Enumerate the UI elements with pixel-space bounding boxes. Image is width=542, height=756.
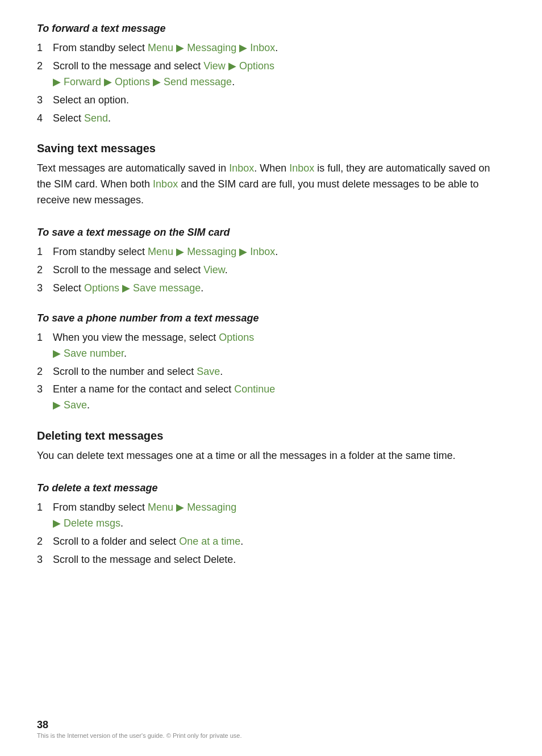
step-number: 2: [37, 364, 53, 380]
save-phone-steps: 1 When you view the message, select Opti…: [37, 330, 505, 413]
save-sim-section: To save a text message on the SIM card 1…: [37, 227, 505, 296]
save-sim-steps: 1 From standby select Menu ▶ Messaging ▶…: [37, 244, 505, 296]
menu-highlight: Menu: [148, 42, 173, 53]
menu-highlight: Menu: [148, 502, 173, 513]
view-highlight: View: [203, 60, 226, 72]
step-number: 3: [37, 382, 53, 398]
list-item: 4 Select Send.: [37, 111, 505, 127]
list-item: 1 From standby select Menu ▶ Messaging ▶…: [37, 244, 505, 260]
list-item: 1 From standby select Menu ▶ Messaging ▶…: [37, 500, 505, 532]
save-phone-section: To save a phone number from a text messa…: [37, 312, 505, 413]
step-number: 1: [37, 500, 53, 516]
one-at-a-time-highlight: One at a time: [179, 536, 240, 547]
forward-steps: 1 From standby select Menu ▶ Messaging ▶…: [37, 40, 505, 126]
continue-highlight: Continue: [234, 383, 275, 395]
footer: 38 This is the Internet version of the u…: [37, 719, 505, 739]
delete-title: To delete a text message: [37, 482, 505, 494]
save-continuation-highlight: ▶ Save: [53, 399, 87, 411]
step-content: Scroll to a folder and select One at a t…: [53, 534, 505, 550]
inbox-highlight: Inbox: [250, 42, 275, 53]
step-number: 3: [37, 281, 53, 296]
list-item: 2 Scroll to the number and select Save.: [37, 364, 505, 380]
options-highlight: Options: [84, 282, 119, 294]
list-item: 2 Scroll to a folder and select One at a…: [37, 534, 505, 550]
list-item: 3 Select Options ▶ Save message.: [37, 281, 505, 296]
delete-msgs-highlight: ▶ Delete msgs: [53, 517, 120, 529]
deleting-body: You can delete text messages one at a ti…: [37, 448, 505, 464]
inbox-highlight2: Inbox: [289, 162, 314, 174]
saving-section: Saving text messages Text messages are a…: [37, 142, 505, 208]
list-item: 1 From standby select Menu ▶ Messaging ▶…: [37, 40, 505, 56]
footer-note: This is the Internet version of the user…: [37, 732, 505, 739]
step-content: Select an option.: [53, 93, 505, 108]
step-number: 2: [37, 59, 53, 74]
save-highlight: Save: [197, 366, 220, 377]
messaging-highlight: Messaging: [187, 42, 236, 53]
menu-highlight: Menu: [148, 246, 173, 257]
deleting-title: Deleting text messages: [37, 429, 505, 442]
messaging-highlight: Messaging: [187, 246, 236, 257]
step-content: Select Options ▶ Save message.: [53, 281, 505, 296]
list-item: 3 Enter a name for the contact and selec…: [37, 382, 505, 413]
delete-steps: 1 From standby select Menu ▶ Messaging ▶…: [37, 500, 505, 568]
step-number: 1: [37, 244, 53, 260]
step-content: Scroll to the message and select View ▶ …: [53, 59, 505, 90]
list-item: 3 Scroll to the message and select Delet…: [37, 552, 505, 568]
list-item: 3 Select an option.: [37, 93, 505, 108]
save-sim-title: To save a text message on the SIM card: [37, 227, 505, 239]
list-item: 2 Scroll to the message and select View …: [37, 59, 505, 90]
save-phone-title: To save a phone number from a text messa…: [37, 312, 505, 324]
step-content: Enter a name for the contact and select …: [53, 382, 505, 413]
inbox-highlight: Inbox: [250, 246, 275, 257]
continuation-highlight: ▶ Forward ▶ Options ▶ Send message: [53, 76, 232, 87]
delete-highlight: Delete: [203, 554, 233, 565]
deleting-section: Deleting text messages You can delete te…: [37, 429, 505, 464]
page-number: 38: [37, 719, 48, 730]
step-content: From standby select Menu ▶ Messaging ▶ I…: [53, 40, 505, 56]
step-number: 2: [37, 534, 53, 550]
view-highlight: View: [203, 264, 225, 275]
step-content: Scroll to the message and select View.: [53, 262, 505, 278]
forward-section: To forward a text message 1 From standby…: [37, 23, 505, 126]
list-item: 2 Scroll to the message and select View.: [37, 262, 505, 278]
step-content: When you view the message, select Option…: [53, 330, 505, 362]
inbox-highlight: Inbox: [229, 162, 254, 174]
saving-title: Saving text messages: [37, 142, 505, 155]
delete-section: To delete a text message 1 From standby …: [37, 482, 505, 568]
step-content: From standby select Menu ▶ Messaging ▶ D…: [53, 500, 505, 532]
saving-body: Text messages are automatically saved in…: [37, 161, 505, 208]
messaging-highlight: Messaging: [187, 502, 236, 513]
step-content: Select Send.: [53, 111, 505, 127]
options-highlight: Options: [239, 60, 274, 72]
forward-title: To forward a text message: [37, 23, 505, 35]
step-content: Scroll to the number and select Save.: [53, 364, 505, 380]
save-number-highlight: ▶ Save number: [53, 348, 124, 359]
step-number: 1: [37, 330, 53, 346]
step-content: From standby select Menu ▶ Messaging ▶ I…: [53, 244, 505, 260]
step-content: Scroll to the message and select Delete.: [53, 552, 505, 568]
step-number: 4: [37, 111, 53, 127]
step-number: 2: [37, 262, 53, 278]
step-number: 3: [37, 93, 53, 108]
save-message-highlight: Save message: [133, 282, 201, 294]
step-number: 1: [37, 40, 53, 56]
step-number: 3: [37, 552, 53, 568]
options-highlight: Options: [219, 332, 254, 343]
send-highlight: Send: [84, 112, 108, 124]
inbox-highlight3: Inbox: [153, 178, 178, 190]
list-item: 1 When you view the message, select Opti…: [37, 330, 505, 362]
